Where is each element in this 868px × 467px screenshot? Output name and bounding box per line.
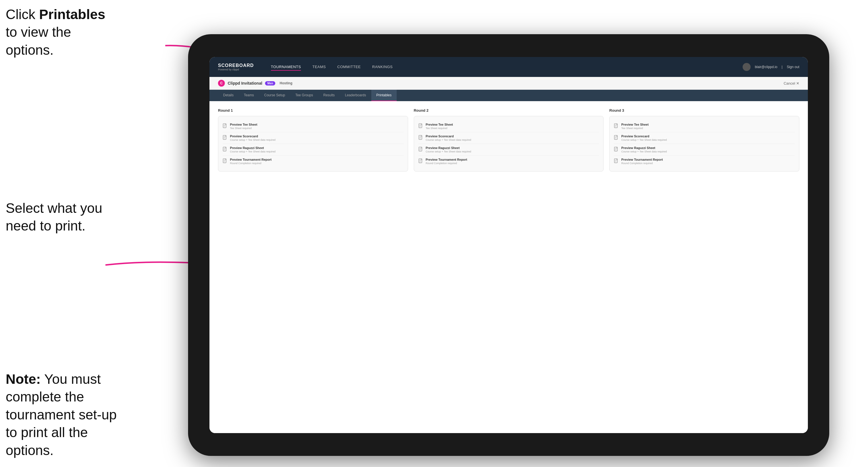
print-item-title-r1-i2: Preview Scorecard (230, 134, 404, 138)
print-item-r3-i3[interactable]: Preview Raguzzi SheetCourse setup + Tee … (614, 144, 795, 156)
round-column-3: Round 3 Preview Tee SheetTee Sheet requi… (609, 108, 799, 172)
instruction-middle-text: Select what you need to print. (6, 200, 102, 234)
print-item-r3-i4[interactable]: Preview Tournament ReportRound Completio… (614, 156, 795, 167)
round-card-2: Preview Tee SheetTee Sheet required Prev… (414, 116, 604, 172)
tab-teams[interactable]: Teams (239, 90, 259, 101)
print-item-title-r2-i1: Preview Tee Sheet (426, 123, 599, 126)
rounds-grid: Round 1 Preview Tee SheetTee Sheet requi… (218, 108, 799, 172)
print-item-subtitle-r2-i4: Round Completion required (426, 162, 599, 165)
hosting-badge: Hosting (280, 81, 292, 85)
print-item-title-r2-i3: Preview Raguzzi Sheet (426, 146, 599, 150)
tournament-logo: C (218, 80, 225, 87)
print-item-r1-i3[interactable]: Preview Raguzzi SheetCourse setup + Tee … (222, 144, 404, 156)
tab-details[interactable]: Details (218, 90, 239, 101)
print-item-subtitle-r3-i2: Course setup + Tee Sheet data required (621, 138, 795, 141)
document-icon (614, 135, 619, 141)
print-item-title-r3-i3: Preview Raguzzi Sheet (621, 146, 795, 150)
tab-printables[interactable]: Printables (371, 90, 397, 101)
print-item-subtitle-r1-i3: Course setup + Tee Sheet data required (230, 150, 404, 153)
tournament-name-group: C Clippd Invitational Men Hosting (218, 80, 292, 87)
print-item-r1-i4[interactable]: Preview Tournament ReportRound Completio… (222, 156, 404, 167)
print-item-subtitle-r3-i3: Course setup + Tee Sheet data required (621, 150, 795, 153)
print-item-subtitle-r2-i2: Course setup + Tee Sheet data required (426, 138, 599, 141)
print-item-title-r2-i2: Preview Scorecard (426, 134, 599, 138)
print-item-r2-i1[interactable]: Preview Tee SheetTee Sheet required (418, 121, 599, 132)
tab-course-setup[interactable]: Course Setup (259, 90, 290, 101)
print-item-subtitle-r3-i4: Round Completion required (621, 162, 795, 165)
print-item-text: Preview Raguzzi SheetCourse setup + Tee … (230, 146, 404, 153)
document-icon (614, 158, 619, 164)
nav-sign-out[interactable]: Sign out (787, 65, 799, 69)
print-item-title-r3-i1: Preview Tee Sheet (621, 123, 795, 126)
print-item-text: Preview ScorecardCourse setup + Tee Shee… (230, 134, 404, 141)
document-icon (222, 147, 228, 152)
print-item-text: Preview Raguzzi SheetCourse setup + Tee … (621, 146, 795, 153)
tournament-title: Clippd Invitational (228, 81, 262, 86)
print-item-text: Preview Tournament ReportRound Completio… (426, 158, 599, 165)
nav-link-teams[interactable]: TEAMS (312, 64, 326, 71)
print-item-r1-i2[interactable]: Preview ScorecardCourse setup + Tee Shee… (222, 132, 404, 144)
round-column-1: Round 1 Preview Tee SheetTee Sheet requi… (218, 108, 408, 172)
tab-results[interactable]: Results (318, 90, 340, 101)
nav-link-tournaments[interactable]: TOURNAMENTS (271, 64, 301, 71)
round-column-2: Round 2 Preview Tee SheetTee Sheet requi… (414, 108, 604, 172)
print-item-r1-i1[interactable]: Preview Tee SheetTee Sheet required (222, 121, 404, 132)
document-icon (418, 147, 424, 152)
document-icon (222, 123, 228, 129)
document-icon (418, 123, 424, 129)
print-item-subtitle-r1-i4: Round Completion required (230, 162, 404, 165)
tournament-header: C Clippd Invitational Men Hosting Cancel… (210, 77, 808, 90)
document-icon (222, 135, 228, 141)
print-item-subtitle-r2-i1: Tee Sheet required (426, 127, 599, 130)
print-item-text: Preview Tournament ReportRound Completio… (621, 158, 795, 165)
printables-bold: Printables (39, 7, 105, 22)
document-icon (418, 158, 424, 164)
print-item-text: Preview Tournament ReportRound Completio… (230, 158, 404, 165)
print-item-text: Preview Tee SheetTee Sheet required (426, 123, 599, 130)
print-item-r2-i2[interactable]: Preview ScorecardCourse setup + Tee Shee… (418, 132, 599, 144)
print-item-title-r1-i4: Preview Tournament Report (230, 158, 404, 161)
document-icon (614, 123, 619, 129)
print-item-text: Preview Tee SheetTee Sheet required (230, 123, 404, 130)
print-item-title-r3-i4: Preview Tournament Report (621, 158, 795, 161)
print-item-text: Preview ScorecardCourse setup + Tee Shee… (426, 134, 599, 141)
print-item-r3-i1[interactable]: Preview Tee SheetTee Sheet required (614, 121, 795, 132)
document-icon (418, 135, 424, 141)
instruction-middle: Select what you need to print. (6, 199, 120, 235)
tab-tee-groups[interactable]: Tee Groups (290, 90, 318, 101)
print-item-text: Preview Tee SheetTee Sheet required (621, 123, 795, 130)
nav-logo-title: SCOREBOARD (218, 63, 254, 68)
tab-bar: Details Teams Course Setup Tee Groups Re… (210, 90, 808, 101)
nav-user-email: blair@clippd.io (755, 65, 777, 69)
nav-logo-sub: Powered by clippd (218, 68, 254, 71)
print-item-title-r1-i3: Preview Raguzzi Sheet (230, 146, 404, 150)
tablet: SCOREBOARD Powered by clippd TOURNAMENTS… (188, 34, 829, 456)
round-title-3: Round 3 (609, 108, 799, 113)
tablet-screen: SCOREBOARD Powered by clippd TOURNAMENTS… (210, 57, 808, 433)
print-item-subtitle-r3-i1: Tee Sheet required (621, 127, 795, 130)
tab-leaderboards[interactable]: Leaderboards (340, 90, 371, 101)
print-item-text: Preview Raguzzi SheetCourse setup + Tee … (426, 146, 599, 153)
print-item-subtitle-r2-i3: Course setup + Tee Sheet data required (426, 150, 599, 153)
print-item-subtitle-r1-i1: Tee Sheet required (230, 127, 404, 130)
nav-link-committee[interactable]: COMMITTEE (337, 64, 361, 71)
nav-avatar (743, 63, 751, 71)
print-item-r2-i3[interactable]: Preview Raguzzi SheetCourse setup + Tee … (418, 144, 599, 156)
print-item-title-r3-i2: Preview Scorecard (621, 134, 795, 138)
cancel-button[interactable]: Cancel ✕ (784, 81, 799, 86)
round-title-1: Round 1 (218, 108, 408, 113)
tournament-gender-badge: Men (265, 81, 275, 86)
nav-separator: | (782, 65, 782, 69)
instruction-bottom: Note: You must complete the tournament s… (6, 370, 125, 459)
document-icon (222, 158, 228, 164)
nav-logo: SCOREBOARD Powered by clippd (218, 63, 254, 71)
print-item-title-r1-i1: Preview Tee Sheet (230, 123, 404, 126)
document-icon (614, 147, 619, 152)
nav-bar: SCOREBOARD Powered by clippd TOURNAMENTS… (210, 57, 808, 77)
print-item-r3-i2[interactable]: Preview ScorecardCourse setup + Tee Shee… (614, 132, 795, 144)
note-bold: Note: (6, 372, 41, 387)
print-item-text: Preview ScorecardCourse setup + Tee Shee… (621, 134, 795, 141)
print-item-r2-i4[interactable]: Preview Tournament ReportRound Completio… (418, 156, 599, 167)
print-item-subtitle-r1-i2: Course setup + Tee Sheet data required (230, 138, 404, 141)
nav-link-rankings[interactable]: RANKINGS (372, 64, 393, 71)
